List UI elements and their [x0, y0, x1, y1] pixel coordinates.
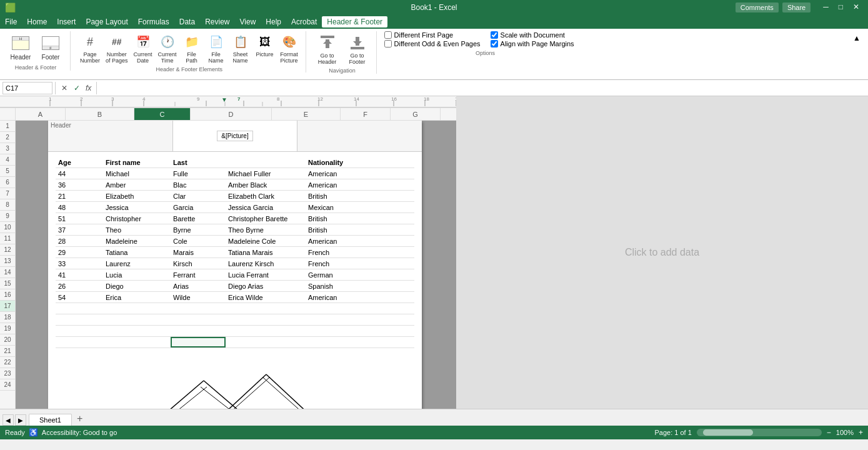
footer-button[interactable]: F Footer — [37, 31, 64, 62]
menu-file[interactable]: File — [0, 16, 22, 28]
cell-a4[interactable]: 21 — [56, 191, 103, 201]
cell-d9[interactable]: Tatiana Marais — [226, 247, 306, 258]
close-button[interactable]: ✕ — [849, 2, 863, 12]
cell-d13[interactable]: Erica Wilde — [226, 292, 306, 302]
cell-b6[interactable]: Christopher — [103, 213, 171, 224]
col-header-a[interactable]: A — [16, 108, 66, 120]
cell-e3[interactable]: American — [306, 179, 373, 190]
cell-b3[interactable]: Amber — [103, 179, 171, 190]
current-date-button[interactable]: 📅 CurrentDate — [132, 31, 154, 65]
cell-a6[interactable]: 51 — [56, 213, 103, 224]
cell-e2[interactable]: American — [306, 168, 373, 179]
right-panel[interactable]: Click to add data — [456, 96, 868, 409]
go-to-footer-button[interactable]: Go toFooter — [344, 31, 371, 66]
cell-a5[interactable]: 48 — [56, 202, 103, 212]
cell-d7[interactable]: Theo Byrne — [226, 224, 306, 235]
cell-c13[interactable]: Wilde — [171, 292, 226, 302]
cell-c17[interactable] — [171, 337, 226, 348]
col-header-b[interactable]: B — [66, 108, 134, 120]
cell-e13[interactable]: American — [306, 292, 373, 302]
header-button[interactable]: H Header — [7, 31, 34, 62]
different-odd-even-checkbox[interactable]: Different Odd & Even Pages — [384, 40, 481, 48]
cell-a10[interactable]: 33 — [56, 258, 103, 269]
format-picture-button[interactable]: 🎨 FormatPicture — [278, 31, 301, 65]
menu-review[interactable]: Review — [200, 16, 234, 28]
cell-c9[interactable]: Marais — [171, 247, 226, 258]
zoom-out-button[interactable]: − — [827, 428, 831, 437]
cell-b7[interactable]: Theo — [103, 224, 171, 235]
cell-b9[interactable]: Tatiana — [103, 247, 171, 258]
file-path-button[interactable]: 📁 FilePath — [181, 31, 203, 65]
align-with-margins-checkbox[interactable]: Align with Page Margins — [491, 40, 587, 48]
different-first-page-checkbox[interactable]: Different First Page — [384, 31, 481, 39]
cell-c2[interactable]: Fulle — [171, 168, 226, 179]
menu-help[interactable]: Help — [261, 16, 286, 28]
cell-c8[interactable]: Cole — [171, 236, 226, 246]
minimize-button[interactable]: ─ — [819, 2, 832, 12]
col-header-c[interactable]: C — [134, 108, 191, 120]
menu-header-footer[interactable]: Header & Footer — [322, 16, 387, 28]
cell-e5[interactable]: Mexican — [306, 202, 373, 212]
add-sheet-button[interactable]: + — [72, 412, 87, 426]
cell-e6[interactable]: British — [306, 213, 373, 224]
cell-c3[interactable]: Blac — [171, 179, 226, 190]
cell-c5[interactable]: Garcia — [171, 202, 226, 212]
cell-a17[interactable] — [56, 337, 103, 348]
cell-d10[interactable]: Laurenz Kirsch — [226, 258, 306, 269]
cell-c12[interactable]: Arias — [171, 281, 226, 291]
cell-b10[interactable]: Laurenz — [103, 258, 171, 269]
number-of-pages-button[interactable]: ## Numberof Pages — [104, 31, 130, 65]
picture-button[interactable]: 🖼 Picture — [254, 31, 276, 59]
cell-a11[interactable]: 41 — [56, 269, 103, 280]
menu-formulas[interactable]: Formulas — [133, 16, 174, 28]
cell-b5[interactable]: Jessica — [103, 202, 171, 212]
cell-b12[interactable]: Diego — [103, 281, 171, 291]
cell-d11[interactable]: Lucia Ferrant — [226, 269, 306, 280]
page-number-button[interactable]: # PageNumber — [78, 31, 102, 65]
cell-reference[interactable]: C17 — [2, 82, 52, 94]
sheet-name-button[interactable]: 📋 SheetName — [229, 31, 252, 65]
header-right-section[interactable] — [297, 121, 422, 151]
cell-b2[interactable]: Michael — [103, 168, 171, 179]
ribbon-collapse-button[interactable]: ▲ — [851, 31, 863, 45]
cell-a13[interactable]: 54 — [56, 292, 103, 302]
cell-a8[interactable]: 28 — [56, 236, 103, 246]
share-button[interactable]: Share — [782, 2, 811, 12]
menu-home[interactable]: Home — [22, 16, 52, 28]
cell-e12[interactable]: Spanish — [306, 281, 373, 291]
cell-c6[interactable]: Barette — [171, 213, 226, 224]
cell-a1[interactable]: Age — [56, 157, 103, 168]
menu-acrobat[interactable]: Acrobat — [286, 16, 322, 28]
menu-data[interactable]: Data — [174, 16, 200, 28]
comments-button[interactable]: Comments — [736, 2, 779, 12]
header-center-section[interactable]: &[Picture] — [173, 121, 298, 151]
cell-c7[interactable]: Byrne — [171, 224, 226, 235]
cell-b17[interactable] — [103, 337, 171, 348]
scroll-bar-area[interactable] — [697, 429, 822, 436]
cell-a12[interactable]: 26 — [56, 281, 103, 291]
cell-d17[interactable] — [226, 337, 306, 348]
file-name-button[interactable]: 📄 FileName — [205, 31, 227, 65]
cell-e11[interactable]: German — [306, 269, 373, 280]
prev-sheet-button[interactable]: ◀ — [2, 414, 14, 426]
go-to-header-button[interactable]: Go toHeader — [314, 31, 341, 66]
col-header-d[interactable]: D — [191, 108, 272, 120]
cell-d1[interactable] — [226, 157, 306, 168]
cell-b11[interactable]: Lucia — [103, 269, 171, 280]
cell-d3[interactable]: Amber Black — [226, 179, 306, 190]
formula-input[interactable] — [99, 84, 866, 92]
cell-d2[interactable]: Michael Fuller — [226, 168, 306, 179]
cell-b13[interactable]: Erica — [103, 292, 171, 302]
scale-with-document-checkbox[interactable]: Scale with Document — [491, 31, 587, 39]
cancel-formula-button[interactable]: ✕ — [58, 82, 71, 94]
cell-c4[interactable]: Clar — [171, 191, 226, 201]
cell-d4[interactable]: Elizabeth Clark — [226, 191, 306, 201]
cell-d8[interactable]: Madeleine Cole — [226, 236, 306, 246]
cell-d6[interactable]: Christopher Barette — [226, 213, 306, 224]
cell-e7[interactable]: British — [306, 224, 373, 235]
cell-d5[interactable]: Jessica Garcia — [226, 202, 306, 212]
col-header-f[interactable]: F — [341, 108, 391, 120]
cell-e10[interactable]: French — [306, 258, 373, 269]
tab-sheet1[interactable]: Sheet1 — [29, 414, 72, 426]
cell-e9[interactable]: French — [306, 247, 373, 258]
